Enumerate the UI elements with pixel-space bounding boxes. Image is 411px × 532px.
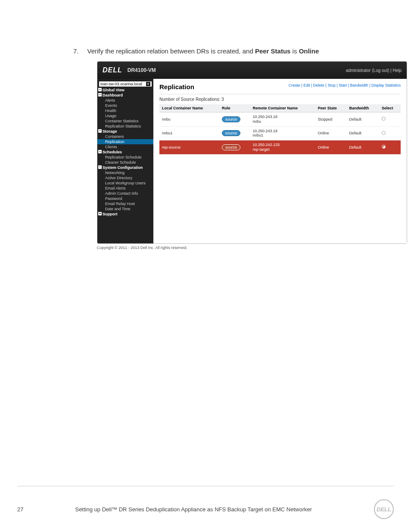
cell-peer: Online [315, 140, 347, 155]
cell-select[interactable] [379, 112, 401, 127]
sidebar-group[interactable]: System Configuration [97, 165, 153, 170]
table-row[interactable]: rep-sourcesource10.250.242.133rep-target… [159, 140, 401, 155]
sidebar-group[interactable]: Schedules [97, 149, 153, 155]
sidebar-item[interactable]: Container Statistics [97, 118, 153, 124]
replication-count: Number of Source Replications: 3 [159, 97, 401, 102]
column-header: Role [219, 104, 250, 112]
main-panel: Replication Create | Edit | Delete | Sto… [153, 79, 407, 243]
cell-role: source [219, 112, 250, 127]
sidebar-group[interactable]: Storage [97, 129, 153, 134]
cell-bw: Default [347, 126, 379, 140]
sidebar-item[interactable]: Clients [97, 144, 153, 149]
chevron-down-icon[interactable]: ▾ [146, 82, 150, 86]
cell-bw: Default [347, 140, 379, 155]
step-text: Verify the replication relation between … [87, 47, 319, 55]
cell-bw: Default [347, 112, 379, 127]
sidebar-item[interactable]: Password [97, 196, 153, 201]
logout-link[interactable]: (Log out) [372, 68, 389, 73]
sidebar-item[interactable]: Active Directory [97, 175, 153, 180]
sidebar-group[interactable]: Support [97, 212, 153, 217]
sidebar-item[interactable]: Events [97, 103, 153, 108]
sidebar-group[interactable]: Global View [97, 87, 153, 93]
cell-local: nvbu1 [159, 126, 219, 140]
sidebar-item[interactable]: Email Relay Host [97, 201, 153, 206]
action-link[interactable]: Edit [303, 83, 310, 87]
sidebar-item[interactable]: Local Workgroup Users [97, 180, 153, 186]
sidebar-item[interactable]: Replication Statistics [97, 124, 153, 129]
host-selector[interactable]: ivan-sw-03.ocarina.local▾ [99, 81, 152, 87]
sidebar-item[interactable]: Usage [97, 113, 153, 118]
sidebar-item[interactable]: Alerts [97, 98, 153, 103]
action-link[interactable]: Stop [327, 83, 336, 87]
help-link[interactable]: Help [392, 68, 402, 73]
page-number: 27 [17, 506, 23, 513]
cell-role: source [219, 140, 250, 155]
admin-link[interactable]: administrator [346, 68, 371, 73]
cell-remote: 10.250.243.18nvbu [250, 112, 315, 127]
cell-remote: 10.250.242.133rep-target [250, 140, 315, 155]
cell-local: rep-source [159, 140, 219, 155]
sidebar-item[interactable]: Admin Contact Info [97, 191, 153, 196]
action-link[interactable]: Bandwidth [350, 83, 368, 87]
action-link[interactable]: Display Statistics [371, 83, 401, 87]
action-link[interactable]: Start [339, 83, 347, 87]
sidebar-item[interactable]: Replication [97, 139, 153, 144]
action-link[interactable]: Create [289, 83, 300, 87]
select-radio[interactable] [382, 131, 386, 135]
footer-title: Setting up Dell™ DR Series Deduplication… [75, 506, 312, 513]
sidebar-item[interactable]: Date and Time [97, 206, 153, 212]
footer-logo: DELL [374, 499, 394, 519]
sidebar-item[interactable]: Containers [97, 134, 153, 139]
screenshot-window: DELL DR4100-VM administrator (Log out) |… [97, 61, 407, 244]
role-badge: source [222, 144, 240, 150]
sidebar-item[interactable]: Cleaner Schedule [97, 160, 153, 165]
select-radio[interactable] [382, 145, 386, 149]
topbar-links: administrator (Log out) | Help [346, 68, 402, 73]
sidebar-item[interactable]: Replication Schedule [97, 155, 153, 160]
column-header: Select [379, 104, 401, 112]
copyright: Copyright © 2011 - 2013 Dell Inc. All ri… [97, 246, 398, 250]
action-bar: Create | Edit | Delete | Stop | Start | … [289, 83, 401, 87]
column-header: Remote Container Name [250, 104, 315, 112]
page-footer: 27 Setting up Dell™ DR Series Deduplicat… [0, 486, 411, 519]
column-header: Local Container Name [159, 104, 219, 112]
table-row[interactable]: nvbusource10.250.243.18nvbuStoppedDefaul… [159, 112, 401, 127]
step-number: 7. [73, 47, 79, 55]
cell-peer: Online [315, 126, 347, 140]
replication-table: Local Container NameRoleRemote Container… [159, 104, 401, 155]
app-topbar: DELL DR4100-VM administrator (Log out) |… [97, 62, 407, 79]
role-badge: source [222, 130, 240, 136]
sidebar-group[interactable]: Dashboard [97, 93, 153, 98]
page-title: Replication [159, 83, 194, 90]
sidebar-item[interactable]: Networking [97, 170, 153, 175]
model-label: DR4100-VM [128, 67, 156, 73]
cell-peer: Stopped [315, 112, 347, 127]
brand-logo: DELL [103, 66, 122, 74]
cell-local: nvbu [159, 112, 219, 127]
cell-select[interactable] [379, 140, 401, 155]
action-link[interactable]: Delete [313, 83, 324, 87]
cell-select[interactable] [379, 126, 401, 140]
sidebar: ivan-sw-03.ocarina.local▾ Global ViewDas… [97, 79, 153, 243]
column-header: Bandwidth [347, 104, 379, 112]
sidebar-item[interactable]: Email Alerts [97, 186, 153, 191]
cell-remote: 10.250.243.18nvbu1 [250, 126, 315, 140]
role-badge: source [222, 116, 240, 122]
sidebar-item[interactable]: Health [97, 108, 153, 113]
table-row[interactable]: nvbu1source10.250.243.18nvbu1OnlineDefau… [159, 126, 401, 140]
column-header: Peer State [315, 104, 347, 112]
cell-role: source [219, 126, 250, 140]
select-radio[interactable] [382, 117, 386, 121]
